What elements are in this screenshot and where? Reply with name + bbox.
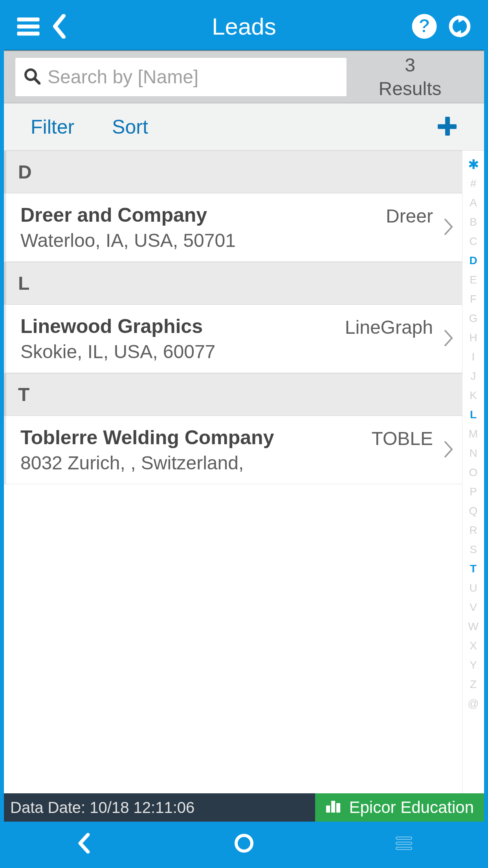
brand-badge[interactable]: Epicor Education xyxy=(315,793,484,822)
alpha-index-item[interactable]: L xyxy=(462,405,484,424)
alpha-index-item[interactable]: ✱ xyxy=(462,154,484,174)
filter-button[interactable]: Filter xyxy=(31,116,74,138)
svg-rect-17 xyxy=(396,847,412,850)
svg-line-8 xyxy=(35,79,40,84)
alpha-index-item[interactable]: O xyxy=(462,463,484,482)
svg-rect-1 xyxy=(17,25,39,28)
list-item-main: Linewood GraphicsSkokie, IL, USA, 60077 xyxy=(20,315,345,362)
alpha-index-item[interactable]: T xyxy=(462,559,484,578)
list-item-code: LineGraph xyxy=(345,315,433,338)
alpha-index-item[interactable]: @ xyxy=(462,694,484,713)
alpha-index-item[interactable]: A xyxy=(462,193,484,212)
list-item-subtitle: Waterloo, IA, USA, 50701 xyxy=(20,230,386,251)
search-icon xyxy=(24,68,48,86)
list-item-title: Toblerre Welding Company xyxy=(20,426,371,449)
nav-back-button[interactable] xyxy=(61,828,108,859)
status-bar: Data Date: 10/18 12:11:06 Epicor Educati… xyxy=(4,793,484,822)
svg-rect-11 xyxy=(326,805,330,813)
alpha-index-item[interactable]: J xyxy=(462,366,484,386)
list-item[interactable]: Linewood GraphicsSkokie, IL, USA, 60077L… xyxy=(4,305,462,373)
list-item-main: Toblerre Welding Company8032 Zurich, , S… xyxy=(20,426,371,474)
alpha-index-item[interactable]: X xyxy=(462,636,484,655)
bottom-nav xyxy=(4,822,484,864)
alpha-index-item[interactable]: V xyxy=(462,598,484,617)
alpha-index-item[interactable]: P xyxy=(462,482,484,501)
list-item-code: Dreer xyxy=(386,204,433,227)
help-button[interactable]: ? xyxy=(409,11,440,42)
app-header: Leads ? xyxy=(4,3,484,50)
alpha-index-item[interactable]: # xyxy=(462,174,484,193)
add-button[interactable] xyxy=(437,112,457,142)
chevron-right-icon xyxy=(442,440,454,460)
leads-list[interactable]: DDreer and CompanyWaterloo, IA, USA, 507… xyxy=(4,151,462,793)
alpha-index-item[interactable]: D xyxy=(462,251,484,270)
back-button[interactable] xyxy=(44,11,75,42)
results-count-number: 3 xyxy=(405,53,415,77)
svg-text:?: ? xyxy=(418,15,430,36)
alpha-index-item[interactable]: B xyxy=(462,212,484,232)
section-header: T xyxy=(4,373,462,416)
brand-label: Epicor Education xyxy=(349,798,474,817)
list-item-title: Dreer and Company xyxy=(20,204,386,226)
list-item-subtitle: 8032 Zurich, , Switzerland, xyxy=(20,452,371,474)
alpha-index-item[interactable]: R xyxy=(462,520,484,540)
alpha-index-item[interactable]: S xyxy=(462,540,484,559)
results-count-label: Results xyxy=(378,77,441,101)
chevron-right-icon xyxy=(442,217,454,238)
alpha-index-item[interactable]: U xyxy=(462,578,484,598)
alpha-index-item[interactable]: W xyxy=(462,617,484,636)
alpha-index-item[interactable]: F xyxy=(462,289,484,309)
list-item-main: Dreer and CompanyWaterloo, IA, USA, 5070… xyxy=(20,204,386,251)
alpha-index-item[interactable]: I xyxy=(462,347,484,366)
alpha-index-item[interactable]: N xyxy=(462,443,484,463)
alpha-index-item[interactable]: G xyxy=(462,309,484,328)
chevron-right-icon xyxy=(442,329,454,349)
alpha-index-item[interactable]: Q xyxy=(462,501,484,520)
sort-button[interactable]: Sort xyxy=(112,116,148,138)
section-header: D xyxy=(4,151,462,193)
search-input-wrap[interactable] xyxy=(15,57,347,97)
search-input[interactable] xyxy=(48,66,338,88)
bar-chart-icon xyxy=(325,798,341,817)
svg-rect-2 xyxy=(17,32,39,35)
alpha-index-item[interactable]: H xyxy=(462,328,484,347)
svg-point-14 xyxy=(236,835,252,851)
section-header: L xyxy=(4,262,462,305)
list-toolbar: Filter Sort xyxy=(4,103,484,151)
alpha-index-item[interactable]: M xyxy=(462,424,484,443)
svg-rect-15 xyxy=(396,837,412,839)
data-date-label: Data Date: 10/18 12:11:06 xyxy=(4,799,194,817)
list-item[interactable]: Toblerre Welding Company8032 Zurich, , S… xyxy=(4,416,462,484)
svg-rect-13 xyxy=(336,803,340,813)
results-count: 3 Results xyxy=(347,53,473,101)
svg-rect-10 xyxy=(438,124,457,129)
list-item-subtitle: Skokie, IL, USA, 60077 xyxy=(20,341,345,362)
svg-rect-12 xyxy=(331,801,335,813)
hamburger-menu-button[interactable] xyxy=(13,11,44,42)
nav-menu-button[interactable] xyxy=(380,828,427,859)
search-bar: 3 Results xyxy=(4,50,484,103)
list-item-code: TOBLE xyxy=(371,426,433,449)
svg-rect-0 xyxy=(17,18,39,21)
list-item-title: Linewood Graphics xyxy=(20,315,345,338)
svg-rect-16 xyxy=(396,842,412,844)
nav-home-button[interactable] xyxy=(220,828,268,859)
refresh-button[interactable] xyxy=(444,11,475,42)
alpha-index-item[interactable]: K xyxy=(462,386,484,405)
alpha-index-item[interactable]: E xyxy=(462,270,484,289)
list-area: DDreer and CompanyWaterloo, IA, USA, 507… xyxy=(4,151,484,793)
alpha-index-item[interactable]: Z xyxy=(462,675,484,694)
alpha-index-item[interactable]: C xyxy=(462,232,484,251)
alpha-index[interactable]: ✱#ABCDEFGHIJKLMNOPQRSTUVWXYZ@ xyxy=(462,151,484,793)
list-item[interactable]: Dreer and CompanyWaterloo, IA, USA, 5070… xyxy=(4,193,462,262)
alpha-index-item[interactable]: Y xyxy=(462,655,484,675)
